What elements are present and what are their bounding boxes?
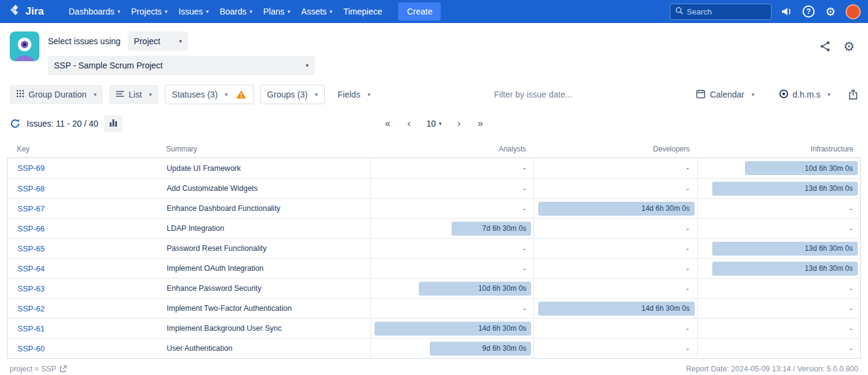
search-input[interactable] — [687, 7, 766, 16]
groups-filter-button[interactable]: Groups (3) ▾ — [260, 85, 325, 104]
chevron-down-icon: ▾ — [752, 91, 755, 98]
report-settings-icon[interactable]: ⚙ — [843, 40, 855, 53]
issue-summary: Implement Background User Sync — [159, 319, 370, 338]
empty-duration: - — [523, 264, 531, 273]
infrastructure-duration-cell: - — [697, 279, 860, 298]
chevron-down-icon: ▾ — [330, 8, 333, 15]
issue-key-link[interactable]: SSP-69 — [18, 164, 45, 173]
empty-duration: - — [850, 224, 858, 233]
issue-key-link[interactable]: SSP-67 — [18, 204, 45, 213]
chevron-down-icon: ▾ — [250, 8, 253, 15]
empty-duration: - — [523, 184, 531, 193]
chevron-down-icon: ▾ — [118, 8, 121, 15]
empty-duration: - — [686, 164, 694, 173]
view-type-button[interactable]: List ▾ — [109, 85, 158, 104]
analysts-duration-cell: 14d 6h 30m 0s — [370, 319, 533, 338]
empty-duration: - — [686, 344, 694, 353]
issue-key-link[interactable]: SSP-66 — [18, 224, 45, 233]
nav-item-projects[interactable]: Projects▾ — [125, 2, 173, 21]
issue-key-link[interactable]: SSP-62 — [18, 304, 45, 313]
developers-duration-cell: - — [533, 259, 696, 278]
issue-key-link[interactable]: SSP-63 — [18, 284, 45, 293]
issue-key-link[interactable]: SSP-65 — [18, 244, 45, 253]
export-icon[interactable] — [848, 89, 858, 100]
nav-item-timepiece[interactable]: Timepiece — [338, 2, 387, 21]
table-row: SSP-67Enhance Dashboard Functionality-14… — [8, 198, 860, 218]
grid-icon — [16, 90, 24, 99]
duration-bar: 13d 6h 30m 0s — [712, 242, 858, 256]
duration-bar: 14d 6h 30m 0s — [538, 202, 695, 216]
jira-logo[interactable]: Jira — [7, 4, 44, 19]
last-page-button[interactable]: » — [472, 116, 489, 131]
nav-item-issues[interactable]: Issues▾ — [173, 2, 214, 21]
issue-date-filter-input[interactable]: Filter by issue date... — [383, 90, 683, 99]
brand-name: Jira — [25, 5, 44, 18]
create-button[interactable]: Create — [398, 2, 441, 21]
prev-page-button[interactable]: ‹ — [401, 116, 416, 131]
infrastructure-duration-cell: - — [697, 299, 860, 318]
app-header: Select issues using Project ▾ SSP - Samp… — [0, 23, 868, 81]
nav-item-boards[interactable]: Boards▾ — [214, 2, 258, 21]
chevron-down-icon: ▾ — [367, 91, 370, 98]
first-page-button[interactable]: « — [379, 116, 396, 131]
select-mode-dropdown[interactable]: Project ▾ — [128, 32, 188, 51]
help-icon[interactable]: ? — [802, 5, 815, 18]
chevron-down-icon: ▾ — [94, 91, 97, 98]
jql-query-text: project = SSP — [10, 365, 56, 373]
issue-key-link[interactable]: SSP-60 — [18, 344, 45, 353]
issue-key-cell: SSP-66 — [8, 219, 159, 238]
infrastructure-duration-cell: - — [697, 219, 860, 238]
empty-duration: - — [850, 344, 858, 353]
column-header-infrastructure: Infrastructure — [697, 139, 861, 158]
user-avatar[interactable] — [846, 4, 861, 19]
page-size-dropdown[interactable]: 10 ▾ — [421, 116, 446, 131]
share-icon[interactable] — [820, 41, 831, 52]
refresh-icon[interactable] — [10, 118, 21, 129]
issue-key-cell: SSP-60 — [8, 339, 159, 358]
issue-key-link[interactable]: SSP-68 — [18, 184, 45, 193]
issue-key-cell: SSP-64 — [8, 259, 159, 278]
select-issues-label: Select issues using — [48, 36, 121, 46]
issue-summary: Password Reset Functionality — [159, 239, 370, 258]
issue-summary: Update UI Framework — [159, 158, 370, 178]
group-duration-button[interactable]: Group Duration ▾ — [10, 85, 103, 104]
nav-item-assets[interactable]: Assets▾ — [296, 2, 338, 21]
duration-bar: 10d 6h 30m 0s — [419, 282, 532, 296]
next-page-button[interactable]: › — [452, 116, 467, 131]
issue-key-link[interactable]: SSP-64 — [18, 264, 45, 273]
analysts-duration-cell: 9d 6h 30m 0s — [370, 339, 533, 358]
issue-source-selectors: Select issues using Project ▾ SSP - Samp… — [48, 32, 315, 75]
issue-key-cell: SSP-62 — [8, 299, 159, 318]
pagination-bar: Issues: 11 - 20 / 40 « ‹ 10 ▾ › » — [0, 110, 868, 139]
empty-duration: - — [850, 304, 858, 313]
nav-item-dashboards[interactable]: Dashboards▾ — [63, 2, 125, 21]
fields-button[interactable]: Fields ▾ — [331, 85, 377, 104]
search-box[interactable] — [670, 4, 772, 20]
empty-duration: - — [686, 184, 694, 193]
table-row: SSP-68Add Customizable Widgets--13d 6h 3… — [8, 178, 860, 198]
announcements-icon[interactable] — [780, 5, 793, 18]
infrastructure-duration-cell: 13d 6h 30m 0s — [697, 259, 860, 278]
empty-duration: - — [686, 224, 694, 233]
issue-summary: Enhance Dashboard Functionality — [159, 199, 370, 218]
project-dropdown[interactable]: SSP - Sample Scrum Project ▾ — [48, 56, 315, 75]
external-link-icon[interactable] — [59, 365, 67, 373]
duration-format-icon — [779, 89, 789, 101]
empty-duration: - — [523, 244, 531, 253]
statuses-filter-button[interactable]: Statuses (3) ▾ — [165, 85, 254, 104]
empty-duration: - — [523, 304, 531, 313]
duration-bar: 7d 6h 30m 0s — [452, 222, 531, 236]
developers-duration-cell: 14d 6h 30m 0s — [533, 299, 696, 318]
issue-summary: Enhance Password Security — [159, 279, 370, 298]
chart-view-button[interactable] — [104, 115, 122, 132]
nav-item-plans[interactable]: Plans▾ — [258, 2, 296, 21]
top-nav: Jira Dashboards▾Projects▾Issues▾Boards▾P… — [0, 0, 868, 23]
time-format-button[interactable]: d.h.m.s ▾ — [772, 85, 837, 104]
settings-icon[interactable]: ⚙ — [824, 5, 837, 18]
chevron-down-icon: ▾ — [165, 8, 168, 15]
pager-controls: « ‹ 10 ▾ › » — [379, 116, 489, 131]
calendar-icon — [696, 89, 706, 101]
infrastructure-duration-cell: - — [697, 319, 860, 338]
issue-key-link[interactable]: SSP-61 — [18, 324, 45, 333]
calendar-button[interactable]: Calendar ▾ — [689, 85, 761, 104]
